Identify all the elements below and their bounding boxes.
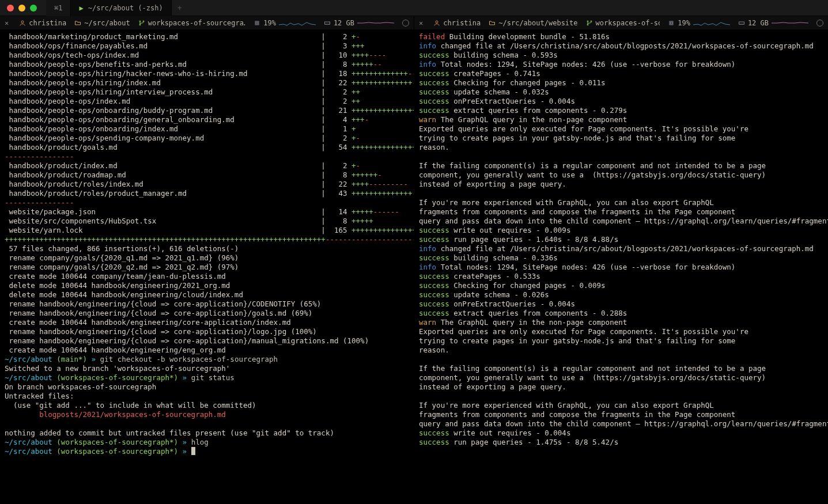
mem-sparkline bbox=[772, 20, 808, 26]
close-pane-icon[interactable]: ✕ bbox=[5, 18, 11, 28]
close-window[interactable] bbox=[7, 5, 14, 12]
zoom-window[interactable] bbox=[30, 5, 37, 12]
branch-icon bbox=[586, 20, 593, 26]
mem-icon bbox=[324, 20, 331, 26]
minimize-window[interactable] bbox=[18, 5, 25, 12]
left-terminal[interactable]: handbook/marketing/product_marketing.md … bbox=[0, 30, 414, 504]
folder-icon bbox=[74, 20, 81, 26]
mem-label: 12 GB bbox=[334, 18, 354, 28]
branch-name: workspaces-of-sourcegra… bbox=[148, 18, 245, 28]
folder-icon bbox=[489, 20, 496, 26]
right-statusbar: ✕ christina ~/src/about/website workspac… bbox=[414, 16, 828, 30]
svg-point-2 bbox=[139, 24, 141, 25]
svg-rect-4 bbox=[255, 21, 259, 25]
svg-rect-5 bbox=[256, 22, 258, 24]
cpu-icon bbox=[254, 20, 260, 26]
user-icon bbox=[19, 20, 26, 26]
svg-point-1 bbox=[139, 21, 141, 22]
close-pane-icon[interactable]: ✕ bbox=[419, 18, 425, 28]
svg-rect-12 bbox=[671, 22, 672, 24]
user-name: christina bbox=[443, 18, 481, 28]
user-name: christina bbox=[29, 18, 66, 28]
mem-icon bbox=[738, 20, 745, 26]
tab-icon: ▶ bbox=[79, 3, 83, 13]
status-indicator bbox=[402, 20, 409, 26]
left-statusbar: ✕ christina ~/src/about workspaces-of-so… bbox=[0, 16, 414, 30]
svg-point-10 bbox=[591, 21, 592, 22]
tab-label: ~/src/about (-zsh) bbox=[88, 3, 163, 13]
mem-sparkline bbox=[357, 20, 394, 26]
cpu-sparkline bbox=[279, 20, 316, 26]
status-indicator bbox=[816, 20, 823, 26]
tab-icon: ⌘1 bbox=[54, 3, 62, 13]
svg-point-7 bbox=[436, 21, 438, 23]
cwd-label: ~/src/about bbox=[84, 18, 130, 28]
tab-strip: ⌘1▶~/src/about (-zsh) bbox=[46, 0, 172, 16]
svg-point-8 bbox=[587, 21, 588, 22]
window-tab[interactable]: ⌘1 bbox=[46, 0, 71, 16]
titlebar: ⌘1▶~/src/about (-zsh) + bbox=[0, 0, 828, 16]
cpu-pct: 19% bbox=[678, 18, 690, 28]
window-controls bbox=[0, 5, 44, 12]
svg-rect-6 bbox=[324, 22, 330, 24]
branch-icon bbox=[138, 20, 145, 26]
user-icon bbox=[433, 20, 440, 26]
branch-name: workspaces-of-so… bbox=[596, 18, 660, 28]
mem-label: 12 GB bbox=[748, 18, 769, 28]
svg-point-3 bbox=[143, 21, 144, 22]
right-terminal[interactable]: failed Building development bundle - 51.… bbox=[414, 30, 828, 504]
svg-rect-13 bbox=[739, 22, 744, 24]
new-tab-button[interactable]: + bbox=[172, 3, 188, 13]
cpu-sparkline bbox=[693, 20, 730, 26]
svg-point-9 bbox=[587, 24, 588, 25]
window-tab[interactable]: ▶~/src/about (-zsh) bbox=[71, 0, 171, 16]
svg-rect-11 bbox=[670, 21, 673, 25]
cwd-label: ~/src/about/website bbox=[498, 18, 577, 28]
svg-point-0 bbox=[21, 21, 24, 23]
cpu-pct: 19% bbox=[263, 18, 276, 28]
cursor bbox=[191, 447, 195, 455]
cpu-icon bbox=[668, 20, 675, 26]
right-pane: ✕ christina ~/src/about/website workspac… bbox=[414, 16, 828, 504]
left-pane: ✕ christina ~/src/about workspaces-of-so… bbox=[0, 16, 414, 504]
